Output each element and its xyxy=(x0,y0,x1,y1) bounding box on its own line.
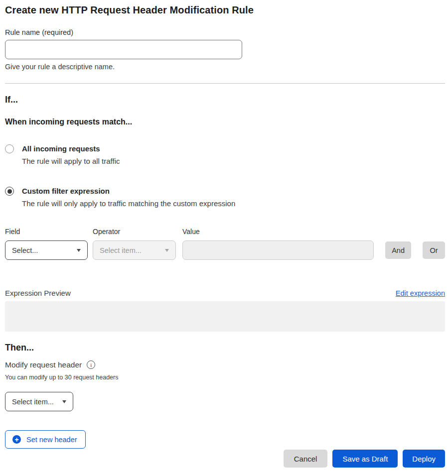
match-subheading: When incoming requests match... xyxy=(5,117,445,127)
radio-desc-all-requests: The rule will apply to all traffic xyxy=(22,156,120,166)
rule-name-label: Rule name (required) xyxy=(5,28,445,37)
operator-select[interactable]: Select item... xyxy=(93,240,176,260)
rule-name-helper: Give your rule a descriptive name. xyxy=(5,62,445,71)
operator-label: Operator xyxy=(93,227,176,236)
field-label: Field xyxy=(5,227,88,236)
expression-builder-row: Field Select... Operator Select item... … xyxy=(5,227,445,260)
field-select-value: Select... xyxy=(12,246,38,254)
set-new-header-button[interactable]: + Set new header xyxy=(5,430,86,449)
header-action-select[interactable]: Select item... xyxy=(5,392,73,411)
create-rule-page: Create new HTTP Request Header Modificat… xyxy=(0,0,448,476)
deploy-button[interactable]: Deploy xyxy=(403,450,445,468)
radio-label-all-requests: All incoming requests xyxy=(22,144,120,153)
plus-icon: + xyxy=(12,435,21,444)
section-divider xyxy=(5,83,445,84)
modify-header-helper: You can modify up to 30 request headers xyxy=(5,374,445,381)
set-new-header-label: Set new header xyxy=(26,436,77,444)
edit-expression-link[interactable]: Edit expression xyxy=(396,289,445,297)
header-action-select-value: Select item... xyxy=(12,398,54,406)
modify-request-header-label: Modify request header xyxy=(5,360,82,369)
cancel-button[interactable]: Cancel xyxy=(284,450,328,468)
info-icon[interactable]: i xyxy=(87,360,95,369)
chevron-down-icon xyxy=(165,249,169,252)
or-button[interactable]: Or xyxy=(423,241,445,259)
operator-select-value: Select item... xyxy=(100,246,142,254)
radio-option-all-requests[interactable]: All incoming requests The rule will appl… xyxy=(5,144,445,166)
then-heading: Then... xyxy=(5,342,445,353)
radio-option-custom-filter[interactable]: Custom filter expression The rule will o… xyxy=(5,186,445,208)
radio-desc-custom-filter: The rule will only apply to traffic matc… xyxy=(22,199,235,208)
radio-button-custom-filter[interactable] xyxy=(5,187,14,196)
value-label: Value xyxy=(182,227,374,236)
chevron-down-icon xyxy=(62,400,66,403)
if-heading: If... xyxy=(5,94,445,105)
field-select[interactable]: Select... xyxy=(5,240,88,260)
radio-button-all-requests[interactable] xyxy=(5,144,14,153)
value-input[interactable] xyxy=(182,240,374,260)
footer-actions: Cancel Save as Draft Deploy xyxy=(5,450,445,468)
and-button[interactable]: And xyxy=(385,241,411,259)
radio-label-custom-filter: Custom filter expression xyxy=(22,186,235,196)
chevron-down-icon xyxy=(77,249,81,252)
save-as-draft-button[interactable]: Save as Draft xyxy=(332,450,398,468)
page-title: Create new HTTP Request Header Modificat… xyxy=(5,4,445,16)
expression-preview-box xyxy=(5,301,445,332)
expression-preview-label: Expression Preview xyxy=(5,288,71,298)
rule-name-input[interactable] xyxy=(5,40,242,59)
